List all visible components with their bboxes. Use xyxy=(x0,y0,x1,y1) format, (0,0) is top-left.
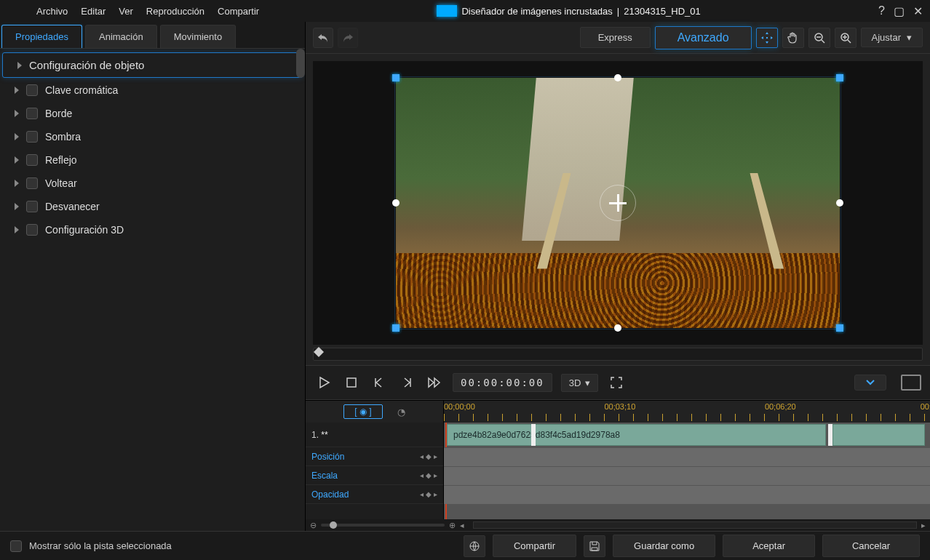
track-opacidad[interactable] xyxy=(444,485,930,504)
save-icon[interactable] xyxy=(584,535,605,557)
zoom-out-icon[interactable]: ⊖ xyxy=(310,521,317,530)
zoom-in-icon[interactable] xyxy=(835,28,857,48)
menu-ver[interactable]: Ver xyxy=(119,6,133,17)
scroll-right-icon[interactable]: ▸ xyxy=(921,521,926,530)
mode-express-button[interactable]: Express xyxy=(580,27,651,48)
checkbox[interactable] xyxy=(26,201,38,212)
keyframe-view-toggle[interactable]: [ ◉ ] xyxy=(343,404,382,419)
checkbox[interactable] xyxy=(26,131,38,143)
clip-split-handle[interactable] xyxy=(828,424,832,446)
tab-movimiento[interactable]: Movimiento xyxy=(160,25,236,48)
preview-canvas[interactable] xyxy=(313,61,923,345)
track-posicion[interactable] xyxy=(444,447,930,466)
redo-button[interactable] xyxy=(338,28,358,48)
zoom-out-icon[interactable] xyxy=(808,28,830,48)
tab-animacion[interactable]: Animación xyxy=(85,25,157,48)
checkbox[interactable] xyxy=(26,84,38,96)
track-header-posicion[interactable]: Posición ◂ ◆ ▸ xyxy=(306,447,443,466)
prop-clave-cromatica[interactable]: Clave cromática xyxy=(0,79,305,102)
prop-reflejo[interactable]: Reflejo xyxy=(0,148,305,172)
keyframe-nav[interactable]: ◂ ◆ ▸ xyxy=(420,452,437,460)
prop-configuracion-objeto[interactable]: Configuración de objeto xyxy=(3,53,302,77)
clock-icon[interactable]: ◔ xyxy=(397,407,405,417)
3d-dropdown[interactable]: 3D ▾ xyxy=(561,374,599,392)
caret-icon xyxy=(15,156,19,164)
resize-handle-se[interactable] xyxy=(836,324,843,332)
timeline-hscroll[interactable] xyxy=(473,521,917,529)
scrollbar[interactable] xyxy=(296,49,305,78)
resize-handle-w[interactable] xyxy=(392,199,400,207)
next-frame-button[interactable] xyxy=(397,373,416,392)
clip[interactable]: pdze4b82a9e0d7625d83f4c5ad19d2978a8 xyxy=(447,424,826,446)
undo-button[interactable] xyxy=(313,28,333,48)
move-tool-icon[interactable] xyxy=(756,28,778,48)
menu-editar[interactable]: Editar xyxy=(81,6,106,17)
app-name: Diseñador de imágenes incrustadas xyxy=(461,6,612,17)
fit-dropdown[interactable]: Ajustar ▾ xyxy=(861,28,923,47)
resize-handle-n[interactable] xyxy=(614,74,621,81)
anchor-cross-icon[interactable] xyxy=(609,194,627,212)
zoom-slider[interactable] xyxy=(321,524,445,527)
resize-handle-e[interactable] xyxy=(836,199,843,207)
prev-frame-button[interactable] xyxy=(370,373,389,392)
preview-scrubber[interactable] xyxy=(313,348,923,361)
prop-desvanecer[interactable]: Desvanecer xyxy=(0,195,305,218)
prop-voltear[interactable]: Voltear xyxy=(0,172,305,195)
window-controls: ? ▢ ✕ xyxy=(878,4,923,18)
menu-reproduccion[interactable]: Reproducción xyxy=(146,6,204,17)
menu-archivo[interactable]: Archivo xyxy=(36,6,68,17)
mode-avanzado-button[interactable]: Avanzado xyxy=(655,26,752,49)
caret-icon xyxy=(15,110,19,117)
save-as-button[interactable]: Guardar como xyxy=(613,535,715,557)
menu-compartir[interactable]: Compartir xyxy=(218,6,259,17)
fullscreen-button[interactable] xyxy=(607,373,626,392)
stop-button[interactable] xyxy=(342,373,361,392)
scrubber-thumb[interactable] xyxy=(314,347,324,357)
collapse-toggle[interactable] xyxy=(854,375,886,391)
checkbox[interactable] xyxy=(26,108,38,119)
only-selected-checkbox[interactable] xyxy=(10,540,22,552)
track-header-escala[interactable]: Escala ◂ ◆ ▸ xyxy=(306,466,443,485)
timeline-tracks[interactable]: pdze4b82a9e0d7625d83f4c5ad19d2978a8 xyxy=(444,423,930,519)
track-header-opacidad[interactable]: Opacidad ◂ ◆ ▸ xyxy=(306,485,443,504)
track-header-main[interactable]: 1. ** xyxy=(306,423,443,447)
maximize-icon[interactable]: ▢ xyxy=(894,4,905,18)
resize-handle-ne[interactable] xyxy=(836,74,843,81)
help-icon[interactable]: ? xyxy=(878,4,885,18)
zoom-in-icon[interactable]: ⊕ xyxy=(449,521,456,530)
keyframe-nav[interactable]: ◂ ◆ ▸ xyxy=(420,490,437,498)
display-output-icon[interactable] xyxy=(901,375,921,391)
share-icon[interactable] xyxy=(464,535,485,557)
close-icon[interactable]: ✕ xyxy=(913,4,923,18)
caret-icon xyxy=(15,133,19,140)
prop-borde[interactable]: Borde xyxy=(0,102,305,125)
keyframe-nav[interactable]: ◂ ◆ ▸ xyxy=(420,471,437,479)
timeline-ruler[interactable]: 00;00;00 00;03;10 00;06;20 00;10;00 xyxy=(444,401,930,423)
scroll-left-icon[interactable]: ◂ xyxy=(460,521,464,530)
ok-button[interactable]: Aceptar xyxy=(723,535,815,557)
play-button[interactable] xyxy=(314,373,333,392)
share-button[interactable]: Compartir xyxy=(493,535,576,557)
selection-frame[interactable] xyxy=(396,78,840,328)
clip-tail[interactable] xyxy=(832,424,925,446)
caret-icon xyxy=(15,203,19,210)
fast-forward-button[interactable] xyxy=(425,373,444,392)
checkbox[interactable] xyxy=(26,177,38,189)
checkbox[interactable] xyxy=(26,224,38,236)
timecode-display[interactable]: 00:00:00:00 xyxy=(453,373,552,392)
resize-handle-nw[interactable] xyxy=(392,74,400,81)
resize-handle-sw[interactable] xyxy=(392,324,400,332)
checkbox[interactable] xyxy=(26,154,38,166)
track-escala[interactable] xyxy=(444,466,930,485)
resize-handle-s[interactable] xyxy=(614,324,621,332)
prop-sombra[interactable]: Sombra xyxy=(0,125,305,148)
zoom-thumb[interactable] xyxy=(330,521,337,529)
prop-configuracion-3d[interactable]: Configuración 3D xyxy=(0,218,305,241)
caret-icon xyxy=(15,87,19,94)
only-selected-label: Mostrar sólo la pista seleccionada xyxy=(29,540,172,551)
tab-propiedades[interactable]: Propiedades xyxy=(1,25,82,48)
cancel-button[interactable]: Cancelar xyxy=(822,535,920,557)
clip-split-handle[interactable] xyxy=(531,424,536,446)
footer: Mostrar sólo la pista seleccionada Compa… xyxy=(0,531,930,560)
hand-tool-icon[interactable] xyxy=(782,28,804,48)
